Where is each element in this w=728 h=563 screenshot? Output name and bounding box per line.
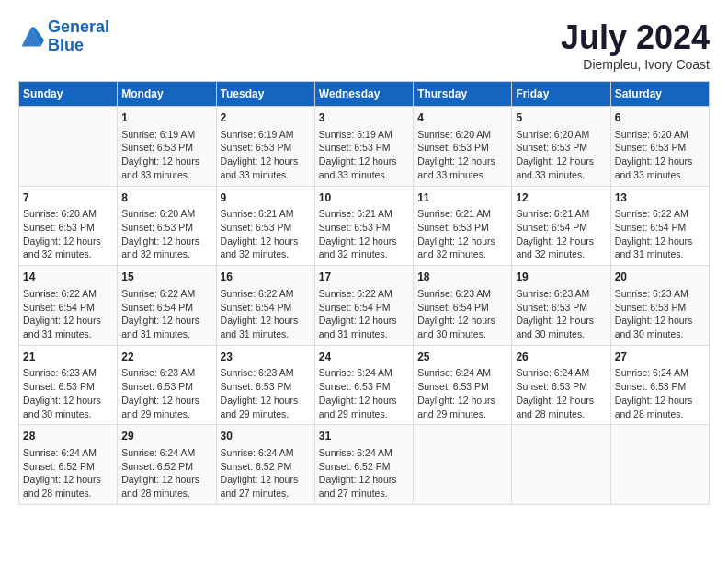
calendar-cell: 23Sunrise: 6:23 AM Sunset: 6:53 PM Dayli… [216,345,314,425]
day-info: Sunrise: 6:20 AM Sunset: 6:53 PM Dayligh… [417,128,507,182]
day-number: 16 [221,270,311,285]
day-number: 8 [121,190,211,206]
day-info: Sunrise: 6:23 AM Sunset: 6:53 PM Dayligh… [221,366,311,420]
day-info: Sunrise: 6:22 AM Sunset: 6:54 PM Dayligh… [319,287,409,341]
calendar-week-row: 28Sunrise: 6:24 AM Sunset: 6:52 PM Dayli… [19,425,710,505]
calendar-cell: 27Sunrise: 6:24 AM Sunset: 6:53 PM Dayli… [610,345,709,425]
day-info: Sunrise: 6:24 AM Sunset: 6:53 PM Dayligh… [319,366,409,420]
day-info: Sunrise: 6:20 AM Sunset: 6:53 PM Dayligh… [121,207,211,261]
day-number: 24 [319,350,409,365]
day-number: 14 [23,270,113,285]
day-number: 4 [417,110,507,126]
calendar-cell: 24Sunrise: 6:24 AM Sunset: 6:53 PM Dayli… [314,345,413,425]
day-info: Sunrise: 6:22 AM Sunset: 6:54 PM Dayligh… [121,287,211,341]
day-info: Sunrise: 6:19 AM Sunset: 6:53 PM Dayligh… [319,128,409,182]
calendar-day-header: Saturday [610,82,709,107]
day-info: Sunrise: 6:24 AM Sunset: 6:52 PM Dayligh… [319,446,409,500]
day-info: Sunrise: 6:22 AM Sunset: 6:54 PM Dayligh… [23,287,113,341]
calendar-cell: 22Sunrise: 6:23 AM Sunset: 6:53 PM Dayli… [118,345,216,425]
calendar-cell: 25Sunrise: 6:24 AM Sunset: 6:53 PM Dayli… [414,345,512,425]
day-info: Sunrise: 6:23 AM Sunset: 6:53 PM Dayligh… [23,366,113,420]
logo-icon [18,24,44,50]
day-info: Sunrise: 6:23 AM Sunset: 6:53 PM Dayligh… [121,366,211,420]
page-header: General Blue July 2024 Diempleu, Ivory C… [18,18,710,72]
calendar-cell: 5Sunrise: 6:20 AM Sunset: 6:53 PM Daylig… [512,107,610,187]
calendar-day-header: Monday [118,82,216,107]
calendar-cell: 31Sunrise: 6:24 AM Sunset: 6:52 PM Dayli… [314,425,413,505]
day-info: Sunrise: 6:24 AM Sunset: 6:52 PM Dayligh… [121,446,211,500]
calendar-cell: 19Sunrise: 6:23 AM Sunset: 6:53 PM Dayli… [512,266,610,346]
calendar-cell [610,425,709,505]
calendar-cell: 10Sunrise: 6:21 AM Sunset: 6:53 PM Dayli… [314,186,413,266]
calendar-cell [414,425,512,505]
day-number: 3 [319,110,409,126]
day-number: 9 [221,190,311,206]
calendar-week-row: 1Sunrise: 6:19 AM Sunset: 6:53 PM Daylig… [19,107,710,187]
calendar-cell: 7Sunrise: 6:20 AM Sunset: 6:53 PM Daylig… [19,186,118,266]
day-number: 28 [23,429,113,444]
day-number: 6 [615,110,705,126]
day-number: 21 [23,350,113,365]
calendar-week-row: 21Sunrise: 6:23 AM Sunset: 6:53 PM Dayli… [19,345,710,425]
day-info: Sunrise: 6:23 AM Sunset: 6:53 PM Dayligh… [615,287,705,341]
title-block: July 2024 Diempleu, Ivory Coast [561,18,710,72]
calendar-day-header: Thursday [414,82,512,107]
logo-text: General Blue [48,18,109,55]
day-number: 7 [23,190,113,206]
calendar-cell [19,107,118,187]
calendar-cell: 1Sunrise: 6:19 AM Sunset: 6:53 PM Daylig… [118,107,216,187]
calendar-header-row: SundayMondayTuesdayWednesdayThursdayFrid… [19,82,710,107]
calendar-cell: 16Sunrise: 6:22 AM Sunset: 6:54 PM Dayli… [216,266,314,346]
main-title: July 2024 [561,18,710,57]
calendar-cell: 2Sunrise: 6:19 AM Sunset: 6:53 PM Daylig… [216,107,314,187]
day-info: Sunrise: 6:20 AM Sunset: 6:53 PM Dayligh… [23,207,113,261]
calendar-cell [512,425,610,505]
calendar-cell: 13Sunrise: 6:22 AM Sunset: 6:54 PM Dayli… [610,186,709,266]
day-number: 27 [615,350,705,365]
day-number: 23 [221,350,311,365]
calendar-cell: 8Sunrise: 6:20 AM Sunset: 6:53 PM Daylig… [118,186,216,266]
day-info: Sunrise: 6:22 AM Sunset: 6:54 PM Dayligh… [221,287,311,341]
calendar-cell: 11Sunrise: 6:21 AM Sunset: 6:53 PM Dayli… [414,186,512,266]
day-info: Sunrise: 6:21 AM Sunset: 6:53 PM Dayligh… [221,207,311,261]
calendar-cell: 3Sunrise: 6:19 AM Sunset: 6:53 PM Daylig… [314,107,413,187]
calendar-cell: 21Sunrise: 6:23 AM Sunset: 6:53 PM Dayli… [19,345,118,425]
day-number: 30 [221,429,311,444]
calendar-day-header: Sunday [19,82,118,107]
day-info: Sunrise: 6:19 AM Sunset: 6:53 PM Dayligh… [121,128,211,182]
calendar-day-header: Tuesday [216,82,314,107]
day-number: 18 [417,270,507,285]
calendar-cell: 17Sunrise: 6:22 AM Sunset: 6:54 PM Dayli… [314,266,413,346]
calendar-cell: 9Sunrise: 6:21 AM Sunset: 6:53 PM Daylig… [216,186,314,266]
day-number: 12 [516,190,606,206]
calendar-week-row: 14Sunrise: 6:22 AM Sunset: 6:54 PM Dayli… [19,266,710,346]
day-info: Sunrise: 6:21 AM Sunset: 6:53 PM Dayligh… [417,207,507,261]
calendar-cell: 12Sunrise: 6:21 AM Sunset: 6:54 PM Dayli… [512,186,610,266]
day-number: 31 [319,429,409,444]
day-info: Sunrise: 6:23 AM Sunset: 6:53 PM Dayligh… [516,287,606,341]
calendar-cell: 18Sunrise: 6:23 AM Sunset: 6:54 PM Dayli… [414,266,512,346]
day-number: 5 [516,110,606,126]
day-info: Sunrise: 6:21 AM Sunset: 6:53 PM Dayligh… [319,207,409,261]
subtitle: Diempleu, Ivory Coast [561,57,710,72]
day-info: Sunrise: 6:20 AM Sunset: 6:53 PM Dayligh… [516,128,606,182]
calendar-table: SundayMondayTuesdayWednesdayThursdayFrid… [18,81,710,505]
day-info: Sunrise: 6:19 AM Sunset: 6:53 PM Dayligh… [221,128,311,182]
day-number: 29 [121,429,211,444]
calendar-cell: 14Sunrise: 6:22 AM Sunset: 6:54 PM Dayli… [19,266,118,346]
calendar-cell: 15Sunrise: 6:22 AM Sunset: 6:54 PM Dayli… [118,266,216,346]
day-info: Sunrise: 6:24 AM Sunset: 6:52 PM Dayligh… [23,446,113,500]
day-info: Sunrise: 6:24 AM Sunset: 6:53 PM Dayligh… [417,366,507,420]
day-number: 19 [516,270,606,285]
day-info: Sunrise: 6:23 AM Sunset: 6:54 PM Dayligh… [417,287,507,341]
day-number: 2 [221,110,311,126]
day-number: 17 [319,270,409,285]
calendar-cell: 26Sunrise: 6:24 AM Sunset: 6:53 PM Dayli… [512,345,610,425]
calendar-cell: 4Sunrise: 6:20 AM Sunset: 6:53 PM Daylig… [414,107,512,187]
calendar-day-header: Wednesday [314,82,413,107]
day-number: 1 [121,110,211,126]
calendar-week-row: 7Sunrise: 6:20 AM Sunset: 6:53 PM Daylig… [19,186,710,266]
calendar-cell: 28Sunrise: 6:24 AM Sunset: 6:52 PM Dayli… [19,425,118,505]
day-number: 25 [417,350,507,365]
day-number: 20 [615,270,705,285]
